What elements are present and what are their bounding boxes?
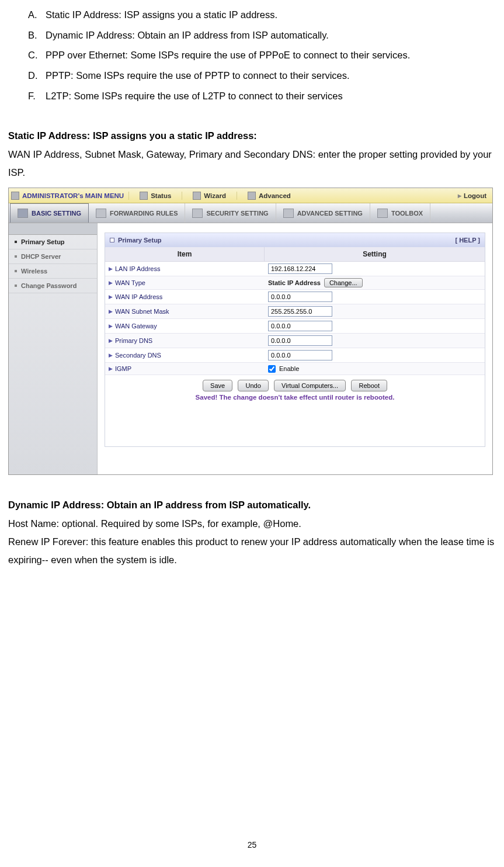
panel-title-text: Primary Setup	[118, 237, 162, 244]
panel-spacer	[105, 405, 485, 446]
sidebar-item-label: DHCP Server	[21, 253, 61, 260]
sidebar-wireless[interactable]: Wireless	[9, 264, 97, 279]
section-body: Host Name: optional. Required by some IS…	[8, 515, 496, 533]
logout-label: Logout	[464, 192, 486, 199]
list-text: Dynamic IP Address: Obtain an IP address…	[46, 25, 486, 46]
topbar-tab-label: Wizard	[204, 192, 226, 199]
row-wan-subnet: ▶WAN Subnet Mask	[105, 304, 485, 319]
arrow-icon: ▶	[109, 266, 113, 272]
toolbox-icon	[377, 209, 388, 218]
router-content: Primary Setup [ HELP ] Item Setting ▶LAN…	[98, 223, 492, 474]
row-label: WAN Gateway	[115, 322, 157, 330]
caret-icon: ▸	[458, 192, 461, 200]
wizard-icon	[193, 192, 201, 200]
advanced-setting-icon	[283, 209, 294, 218]
row-igmp: ▶IGMP Enable	[105, 363, 485, 375]
change-wan-type-button[interactable]: Change...	[324, 278, 363, 287]
list-letter: F.	[28, 86, 46, 106]
save-button[interactable]: Save	[203, 380, 232, 391]
list-item: D. PPTP: Some ISPs require the use of PP…	[28, 65, 486, 86]
static-ip-section: Static IP Address: ISP assigns you a sta…	[0, 127, 504, 182]
admin-title-text: ADMINISTRATOR's MAIN MENU	[22, 192, 124, 199]
topbar-tab-label: Advanced	[259, 192, 291, 199]
row-label: Primary DNS	[115, 337, 152, 344]
row-lan-ip: ▶LAN IP Address	[105, 262, 485, 276]
square-icon	[110, 238, 114, 242]
topbar-wizard-tab[interactable]: Wizard	[182, 192, 237, 200]
list-letter: C.	[28, 45, 46, 65]
header-setting: Setting	[265, 247, 485, 262]
router-sidebar: Primary Setup DHCP Server Wireless Chang…	[9, 223, 98, 474]
nav-toolbox[interactable]: TOOLBOX	[370, 203, 430, 223]
row-label: WAN IP Address	[115, 293, 162, 300]
forwarding-icon	[96, 209, 106, 218]
list-letter: A.	[28, 5, 46, 25]
list-item: A. Static IP Address: ISP assigns you a …	[28, 5, 486, 25]
row-label: Secondary DNS	[115, 352, 161, 359]
logout-link[interactable]: ▸ Logout	[458, 192, 492, 200]
nav-tab-label: TOOLBOX	[391, 210, 423, 217]
nav-tab-label: BASIC SETTING	[32, 210, 81, 217]
topbar-tab-label: Status	[151, 192, 171, 199]
dynamic-ip-section: Dynamic IP Address: Obtain an IP address…	[0, 496, 504, 569]
row-wan-gateway: ▶WAN Gateway	[105, 319, 485, 334]
virtual-computers-button[interactable]: Virtual Computers...	[274, 380, 346, 391]
nav-tab-label: SECURITY SETTING	[206, 210, 268, 217]
section-body: WAN IP Address, Subnet Mask, Gateway, Pr…	[8, 145, 496, 182]
list-item: F. L2TP: Some ISPs require the use of L2…	[28, 86, 486, 106]
wan-subnet-input[interactable]	[268, 306, 332, 317]
arrow-icon: ▶	[109, 323, 113, 329]
wan-ip-input[interactable]	[268, 292, 332, 302]
arrow-icon: ▶	[109, 294, 113, 300]
arrow-icon: ▶	[109, 366, 113, 372]
sidebar-dhcp-server[interactable]: DHCP Server	[9, 249, 97, 264]
sidebar-primary-setup[interactable]: Primary Setup	[9, 235, 97, 249]
bullet-icon	[15, 285, 17, 287]
admin-main-menu-label: ADMINISTRATOR's MAIN MENU	[9, 192, 128, 200]
advanced-icon	[248, 192, 256, 200]
lan-ip-input[interactable]	[268, 263, 332, 274]
page-number: 25	[0, 840, 504, 849]
intro-list: A. Static IP Address: ISP assigns you a …	[0, 0, 504, 106]
list-letter: D.	[28, 65, 46, 86]
help-link[interactable]: [ HELP ]	[455, 237, 480, 244]
router-body: Primary Setup DHCP Server Wireless Chang…	[9, 223, 492, 474]
nav-forwarding-rules[interactable]: FORWARDING RULES	[89, 203, 186, 223]
reboot-button[interactable]: Reboot	[351, 380, 387, 391]
undo-button[interactable]: Undo	[238, 380, 268, 391]
enable-label: Enable	[279, 365, 299, 372]
sidebar-change-password[interactable]: Change Password	[9, 279, 97, 293]
list-letter: B.	[28, 25, 46, 46]
arrow-icon: ▶	[109, 308, 113, 314]
settings-navbar: BASIC SETTING FORWARDING RULES SECURITY …	[9, 203, 492, 223]
basic-setting-icon	[18, 209, 28, 218]
security-icon	[192, 209, 203, 218]
sidebar-sep	[9, 223, 97, 235]
saved-message: Saved! The change doesn't take effect un…	[105, 393, 485, 405]
wan-type-value: Static IP Address	[268, 279, 321, 286]
wan-gateway-input[interactable]	[268, 321, 332, 331]
panel-button-row: Save Undo Virtual Computers... Reboot	[105, 375, 485, 393]
nav-security-setting[interactable]: SECURITY SETTING	[185, 203, 276, 223]
section-heading: Static IP Address: ISP assigns you a sta…	[8, 127, 496, 145]
row-primary-dns: ▶Primary DNS	[105, 334, 485, 348]
nav-advanced-setting[interactable]: ADVANCED SETTING	[276, 203, 370, 223]
row-wan-type: ▶WAN Type Static IP Address Change...	[105, 276, 485, 290]
primary-dns-input[interactable]	[268, 335, 332, 346]
row-label: WAN Subnet Mask	[115, 308, 169, 315]
secondary-dns-input[interactable]	[268, 350, 332, 360]
topbar-status-tab[interactable]: Status	[128, 192, 182, 200]
header-item: Item	[105, 247, 265, 262]
sidebar-item-label: Primary Setup	[21, 238, 65, 245]
row-wan-ip: ▶WAN IP Address	[105, 290, 485, 304]
list-item: C. PPP over Ethernet: Some ISPs require …	[28, 45, 486, 65]
bullet-icon	[15, 255, 17, 258]
list-text: PPP over Ethernet: Some ISPs require the…	[46, 45, 486, 65]
sidebar-item-label: Wireless	[21, 268, 47, 275]
nav-tab-label: FORWARDING RULES	[110, 210, 178, 217]
topbar-advanced-tab[interactable]: Advanced	[237, 192, 301, 200]
igmp-checkbox[interactable]	[268, 365, 276, 373]
panel-header-row: Item Setting	[105, 247, 485, 262]
admin-topbar: ADMINISTRATOR's MAIN MENU Status Wizard …	[9, 188, 492, 203]
nav-basic-setting[interactable]: BASIC SETTING	[10, 203, 89, 223]
